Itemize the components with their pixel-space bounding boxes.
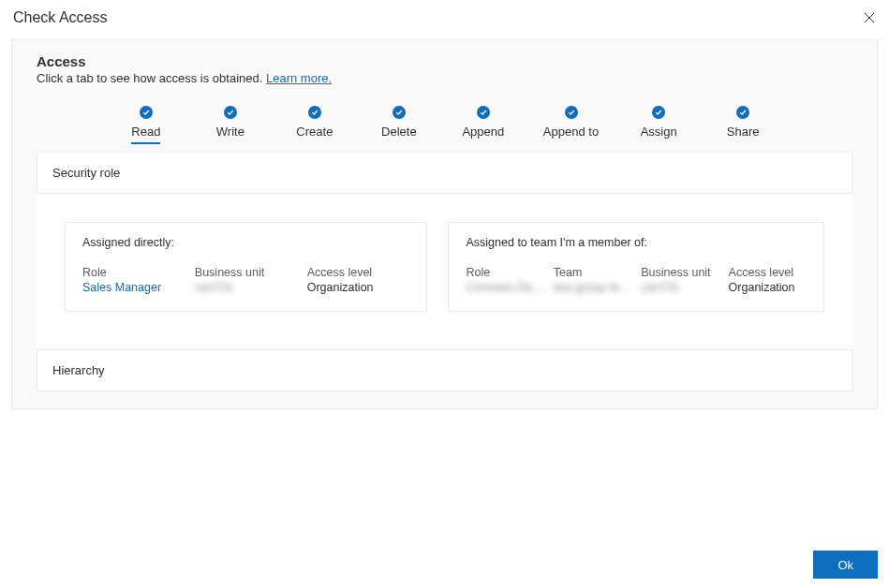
assigned-directly-box: Assigned directly: Role Sales Manager Bu… [65,222,427,312]
check-icon [736,106,749,119]
section-subtitle: Click a tab to see how access is obtaine… [37,71,852,85]
access-tabs: Read Write Create Delete Append [37,106,852,144]
direct-role-value[interactable]: Sales Manager [82,281,185,294]
direct-access-label: Access level [307,266,410,279]
check-icon [393,106,406,119]
section-subtitle-text: Click a tab to see how access is obtaine… [37,71,266,85]
assigned-directly-caption: Assigned directly: [82,236,409,249]
direct-bu-label: Business unit [195,266,298,279]
team-team-label: Team [554,266,631,279]
dialog-title: Check Access [13,9,107,26]
tab-share[interactable]: Share [719,106,767,144]
team-team-value[interactable]: test group team [554,281,631,294]
check-icon [477,106,490,119]
tab-label: Assign [641,125,677,142]
team-access-label: Access level [729,266,807,279]
tab-label: Delete [381,125,417,142]
team-role-label: Role [466,266,543,279]
tab-write[interactable]: Write [206,106,255,144]
direct-access-value: Organization [307,281,410,294]
hierarchy-card: Hierarchy [37,349,852,391]
ok-button[interactable]: Ok [813,551,878,579]
tab-label: Append to [543,125,599,142]
check-icon [565,106,578,119]
tab-read[interactable]: Read [122,106,170,144]
direct-role-label: Role [82,266,185,279]
tab-append[interactable]: Append [459,106,508,144]
tab-label: Share [727,125,760,142]
tab-create[interactable]: Create [290,106,339,144]
learn-more-link[interactable]: Learn more. [266,71,332,85]
team-bu-value[interactable]: can731 [641,281,719,294]
close-icon[interactable] [863,11,876,24]
security-role-details: Assigned directly: Role Sales Manager Bu… [37,194,852,349]
team-bu-label: Business unit [641,266,719,279]
assigned-team-box: Assigned to team I'm a member of: Role C… [448,222,824,312]
tab-label: Append [462,125,504,142]
check-icon [652,106,665,119]
hierarchy-heading: Hierarchy [52,363,837,377]
tab-assign[interactable]: Assign [634,106,683,144]
tab-label: Create [296,125,333,142]
check-icon [224,106,237,119]
tab-label: Write [216,125,244,142]
tab-label: Read [131,125,160,144]
security-role-card: Security role [37,152,852,194]
team-role-value[interactable]: Common Data Servi… [466,281,543,294]
check-icon [140,106,153,119]
access-panel: Access Click a tab to see how access is … [11,39,878,409]
security-role-heading: Security role [52,166,837,180]
check-icon [308,106,321,119]
tab-delete[interactable]: Delete [375,106,423,144]
section-title: Access [37,53,852,69]
tab-append-to[interactable]: Append to [543,106,599,144]
assigned-team-caption: Assigned to team I'm a member of: [466,236,807,249]
direct-bu-value[interactable]: can731 [195,281,298,294]
team-access-value: Organization [729,281,807,294]
